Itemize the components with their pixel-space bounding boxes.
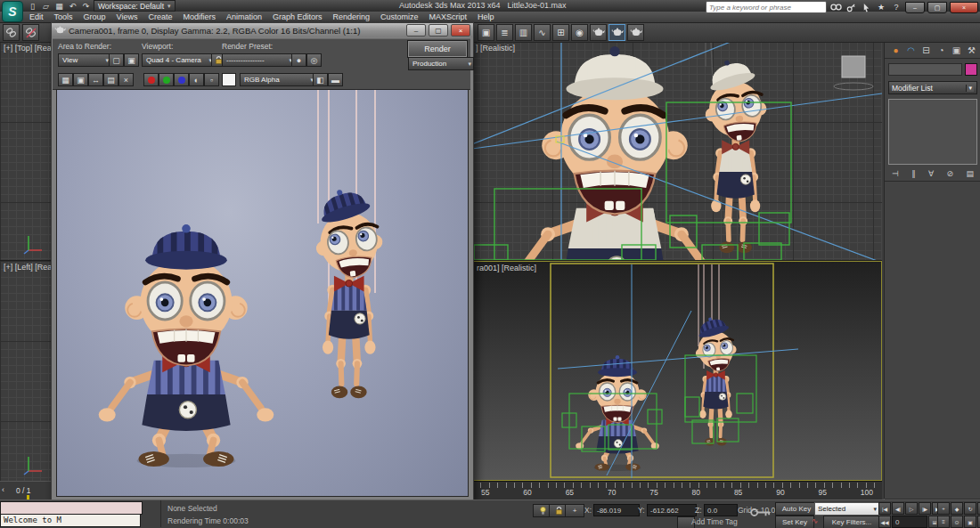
play-icon[interactable]: ▷ xyxy=(905,502,918,515)
full-display-icon[interactable]: ▬ xyxy=(328,73,343,86)
y-coordinate-field[interactable]: -612.662 xyxy=(647,504,697,516)
rendered-image[interactable] xyxy=(56,89,469,497)
current-frame-field[interactable]: 0 xyxy=(892,516,927,528)
x-coordinate-field[interactable]: -86.019 xyxy=(593,504,640,516)
track-bar[interactable]: 55 60 65 70 75 80 85 90 95 100 xyxy=(472,481,882,500)
save-image-icon[interactable]: ▦ xyxy=(58,73,73,86)
display-tab-icon[interactable]: ▣ xyxy=(951,45,962,56)
make-unique-icon[interactable]: ∀ xyxy=(928,169,934,178)
zoom-icon[interactable]: + xyxy=(937,502,950,515)
zoom-all-icon[interactable]: ◆ xyxy=(951,502,963,515)
pan-hand-icon[interactable]: ▣ xyxy=(964,516,976,528)
menu-modifiers[interactable]: Modifiers xyxy=(177,12,221,21)
utilities-tab-icon[interactable]: ⚒ xyxy=(966,45,977,56)
keyshot-icon[interactable] xyxy=(845,2,857,12)
save-file-icon[interactable]: ▦ xyxy=(53,1,65,12)
menu-edit[interactable]: Edit xyxy=(24,12,49,21)
minimize-button[interactable]: – xyxy=(905,2,925,13)
set-key-button[interactable]: Set Key xyxy=(775,516,814,528)
edit-region-icon[interactable]: ▢ xyxy=(109,53,124,67)
maximize-button[interactable]: ▢ xyxy=(927,2,947,13)
red-channel-icon[interactable] xyxy=(143,73,159,86)
viewport-left-label[interactable]: [+] [Left] [Rea xyxy=(4,263,52,272)
create-tab-icon[interactable]: ● xyxy=(890,45,902,56)
hierarchy-tab-icon[interactable]: ⊟ xyxy=(920,45,932,56)
unlink-selection-icon[interactable] xyxy=(22,24,39,41)
key-mode-toggle-icon[interactable]: ◀◀ xyxy=(878,516,891,528)
modify-tab-icon[interactable]: ◠ xyxy=(905,45,917,56)
configure-modifier-sets-icon[interactable]: ▤ xyxy=(966,169,974,178)
time-slider-fragment[interactable]: ‹ 0 / 1 xyxy=(0,481,51,500)
rfw-close-button[interactable]: × xyxy=(451,24,470,37)
search-input[interactable] xyxy=(706,1,827,13)
rfw-titlebar[interactable]: Camera001, frame 0, Display Gamma: 2.2, … xyxy=(52,23,473,37)
render-setup-icon[interactable] xyxy=(590,24,607,41)
key-filters-button[interactable]: Key Filters... xyxy=(823,516,880,528)
menu-help[interactable]: Help xyxy=(472,12,500,21)
zoom-extents-icon[interactable]: ≡ xyxy=(937,516,950,528)
pin-stack-icon[interactable]: ⊣ xyxy=(892,169,899,178)
transform-gizmo-icon[interactable]: + xyxy=(565,504,584,517)
keyframe-key-icon[interactable] xyxy=(750,508,772,517)
maxscript-mini-recorder[interactable] xyxy=(0,501,143,515)
redo-icon[interactable]: ↷ xyxy=(80,1,92,12)
alpha-channel-icon[interactable]: ▫ xyxy=(204,73,219,86)
clear-image-icon[interactable]: × xyxy=(118,73,134,86)
rendered-frame-window-icon[interactable] xyxy=(608,24,625,41)
help-icon[interactable]: ? xyxy=(890,2,902,12)
orbit-icon[interactable]: ↻ xyxy=(964,502,976,515)
render-setup-icon[interactable]: ● xyxy=(291,53,306,67)
menu-tools[interactable]: Tools xyxy=(49,12,78,21)
channel-display-dropdown[interactable]: RGB Alpha xyxy=(240,73,316,86)
show-end-result-icon[interactable]: ∥ xyxy=(911,169,916,178)
schematic-view-icon[interactable]: ⊞ xyxy=(552,24,569,41)
rendered-frame-window[interactable]: Camera001, frame 0, Display Gamma: 2.2, … xyxy=(51,22,474,501)
menu-animation[interactable]: Animation xyxy=(221,12,267,21)
modifier-stack[interactable] xyxy=(888,99,977,165)
object-color-swatch[interactable] xyxy=(965,63,977,76)
material-editor-icon[interactable]: ◉ xyxy=(571,24,588,41)
communication-icon[interactable] xyxy=(860,2,872,12)
area-to-render-dropdown[interactable]: View xyxy=(58,53,111,67)
new-key-curve-icon[interactable]: ∿ xyxy=(812,516,818,525)
menu-create[interactable]: Create xyxy=(143,12,177,21)
viewport-camera[interactable]: ra001] [Realistic] xyxy=(472,261,882,481)
curve-editor-icon[interactable]: ∿ xyxy=(534,24,551,41)
next-frame-icon[interactable]: |▶ xyxy=(919,502,931,515)
new-scene-icon[interactable]: ▯ xyxy=(27,1,38,12)
favorites-star-icon[interactable]: ★ xyxy=(875,2,887,12)
blue-channel-icon[interactable] xyxy=(174,73,189,86)
menu-maxscript[interactable]: MAXScript xyxy=(424,12,473,21)
viewport-perspective[interactable]: ] [Realistic] xyxy=(472,42,882,261)
undo-icon[interactable]: ↶ xyxy=(67,1,78,12)
rfw-minimize-button[interactable]: – xyxy=(406,24,426,37)
workspace-dropdown[interactable]: Workspace: Default xyxy=(94,0,176,12)
green-channel-icon[interactable] xyxy=(159,73,174,86)
modifier-list-dropdown[interactable]: Modifier List xyxy=(888,81,977,94)
select-and-link-icon[interactable] xyxy=(3,24,20,41)
environment-icon[interactable]: ◎ xyxy=(306,53,322,67)
viewport-top-label[interactable]: [+] [Top] [Rea xyxy=(4,44,52,53)
field-of-view-icon[interactable]: ⊙ xyxy=(951,516,963,528)
graphite-ribbon-icon[interactable]: ▥ xyxy=(515,24,532,41)
menu-customize[interactable]: Customize xyxy=(375,12,424,21)
z-coordinate-field[interactable]: 0.0 xyxy=(704,504,738,516)
search-icon[interactable] xyxy=(829,2,842,12)
viewport-dropdown[interactable]: Quad 4 - Camera xyxy=(142,53,215,67)
max-logo-icon[interactable]: S xyxy=(2,1,23,22)
auto-region-icon[interactable]: ▣ xyxy=(124,53,139,67)
object-name-field[interactable] xyxy=(888,63,962,76)
auto-key-button[interactable]: Auto Key xyxy=(775,502,818,516)
layer-display-icon[interactable]: ◧ xyxy=(313,73,328,86)
open-file-icon[interactable]: ▱ xyxy=(40,1,52,12)
viewport-camera-label[interactable]: ra001] [Realistic] xyxy=(477,264,536,272)
remove-modifier-icon[interactable]: ⊘ xyxy=(947,169,954,178)
menu-rendering[interactable]: Rendering xyxy=(328,12,376,21)
add-time-tag[interactable]: Add Time Tag xyxy=(691,517,738,526)
compare-channels-icon[interactable]: ↔ xyxy=(88,73,103,86)
layer-manager-icon[interactable]: ≣ xyxy=(496,24,513,41)
motion-tab-icon[interactable]: ◔ xyxy=(935,45,947,56)
prev-frame-arrow-icon[interactable]: ‹ xyxy=(2,485,4,494)
rfw-maximize-button[interactable]: ▢ xyxy=(429,24,448,37)
mirror-icon[interactable]: ▣ xyxy=(478,24,494,41)
